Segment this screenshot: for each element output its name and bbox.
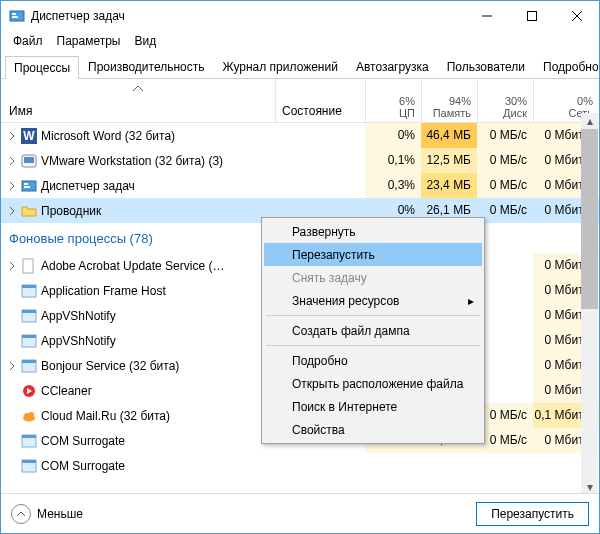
expand-chevron-icon[interactable] <box>7 362 17 370</box>
chevron-right-icon: ▸ <box>468 294 474 308</box>
cloud-icon <box>21 408 37 424</box>
ctx-resource-values[interactable]: Значения ресурсов▸ <box>264 289 482 312</box>
generic-icon <box>21 283 37 299</box>
svg-point-26 <box>28 412 34 418</box>
disk-value <box>477 303 533 328</box>
generic-icon <box>21 308 37 324</box>
svg-rect-1 <box>12 13 16 15</box>
separator <box>266 315 480 316</box>
ctx-end-task[interactable]: Снять задачу <box>264 266 482 289</box>
svg-rect-18 <box>22 310 36 313</box>
svg-rect-13 <box>24 186 30 188</box>
fewer-label: Меньше <box>37 507 83 521</box>
fewer-details-button[interactable]: Меньше <box>11 504 83 524</box>
col-disk[interactable]: 30%Диск <box>477 79 533 122</box>
disk-value: 0 МБ/с <box>477 403 533 428</box>
ctx-create-dump[interactable]: Создать файл дампа <box>264 319 482 342</box>
col-name[interactable]: Имя <box>1 79 275 122</box>
disk-value <box>477 453 533 478</box>
process-row[interactable]: W Microsoft Word (32 бита) 0% 46,4 МБ 0 … <box>1 123 599 148</box>
menu-options[interactable]: Параметры <box>51 32 127 50</box>
generic-icon <box>21 458 37 474</box>
process-name: Adobe Acrobat Update Service (… <box>41 259 224 273</box>
cpu-value: 0% <box>365 123 421 148</box>
process-row[interactable]: COM Surrogate <box>1 453 599 478</box>
tab-app-history[interactable]: Журнал приложений <box>214 55 347 78</box>
process-row[interactable]: VMware Workstation (32 бита) (3) 0,1% 12… <box>1 148 599 173</box>
generic-icon <box>21 333 37 349</box>
svg-rect-4 <box>527 12 536 21</box>
expand-chevron-icon[interactable] <box>7 207 17 215</box>
process-name: Bonjour Service (32 бита) <box>41 359 179 373</box>
svg-rect-16 <box>22 285 36 288</box>
tab-strip: Процессы Производительность Журнал прило… <box>1 51 599 79</box>
ctx-details[interactable]: Подробно <box>264 349 482 372</box>
disk-value: 0 МБ/с <box>477 148 533 173</box>
ctx-restart[interactable]: Перезапустить <box>264 243 482 266</box>
scroll-up-icon[interactable]: ▴ <box>581 113 598 129</box>
window-title: Диспетчер задач <box>31 9 464 23</box>
generic-icon <box>21 358 37 374</box>
expand-chevron-icon[interactable] <box>7 132 17 140</box>
generic-icon <box>21 433 37 449</box>
footer-bar: Меньше Перезапустить <box>1 493 599 533</box>
col-memory[interactable]: 94%Память <box>421 79 477 122</box>
taskmgr-icon <box>9 8 25 24</box>
disk-value <box>477 378 533 403</box>
cpu-value: 0,1% <box>365 148 421 173</box>
mem-value: 23,4 МБ <box>421 173 477 198</box>
col-cpu[interactable]: 6%ЦП <box>365 79 421 122</box>
disk-value <box>477 278 533 303</box>
disk-value <box>477 253 533 278</box>
expand-chevron-icon[interactable] <box>7 157 17 165</box>
context-menu: Развернуть Перезапустить Снять задачу Зн… <box>261 217 485 444</box>
menu-view[interactable]: Вид <box>128 32 162 50</box>
tab-details[interactable]: Подробности <box>534 55 600 78</box>
svg-text:W: W <box>23 129 35 143</box>
svg-rect-10 <box>24 157 34 163</box>
process-name: Microsoft Word (32 бита) <box>41 129 175 143</box>
word-icon: W <box>21 128 37 144</box>
disk-value: 0 МБ/с <box>477 428 533 453</box>
title-bar: Диспетчер задач <box>1 1 599 31</box>
menu-file[interactable]: Файл <box>7 32 49 50</box>
svg-rect-14 <box>23 259 33 273</box>
tab-performance[interactable]: Производительность <box>79 55 213 78</box>
mem-value: 46,4 МБ <box>421 123 477 148</box>
ctx-search-online[interactable]: Поиск в Интернете <box>264 395 482 418</box>
separator <box>266 345 480 346</box>
expand-chevron-icon[interactable] <box>7 262 17 270</box>
taskmgr-icon <box>21 178 37 194</box>
process-name: AppVShNotify <box>41 309 116 323</box>
ctx-open-location[interactable]: Открыть расположение файла <box>264 372 482 395</box>
scroll-thumb[interactable] <box>581 129 598 309</box>
maximize-button[interactable] <box>509 1 554 31</box>
svg-rect-28 <box>22 435 36 438</box>
process-row[interactable]: Диспетчер задач 0,3% 23,4 МБ 0 МБ/с 0 Мб… <box>1 173 599 198</box>
tab-users[interactable]: Пользователи <box>438 55 534 78</box>
close-button[interactable] <box>554 1 599 31</box>
svg-rect-2 <box>12 16 18 18</box>
expand-chevron-icon[interactable] <box>7 182 17 190</box>
sort-arrow-icon <box>133 81 143 95</box>
process-name: AppVShNotify <box>41 334 116 348</box>
ctx-properties[interactable]: Свойства <box>264 418 482 441</box>
tab-startup[interactable]: Автозагрузка <box>347 55 438 78</box>
svg-rect-22 <box>22 360 36 363</box>
process-name: Проводник <box>41 204 101 218</box>
process-name: CCleaner <box>41 384 92 398</box>
cpu-value: 0,3% <box>365 173 421 198</box>
disk-value <box>477 328 533 353</box>
ctx-expand[interactable]: Развернуть <box>264 220 482 243</box>
ccleaner-icon <box>21 383 37 399</box>
col-state[interactable]: Состояние <box>275 79 365 122</box>
menu-bar: Файл Параметры Вид <box>1 31 599 51</box>
tab-processes[interactable]: Процессы <box>5 56 79 79</box>
scrollbar[interactable]: ▴ ▾ <box>581 113 598 495</box>
cpu-value <box>365 453 421 478</box>
svg-rect-30 <box>22 460 36 463</box>
column-headers: Имя Состояние 6%ЦП 94%Память 30%Диск 0%С… <box>1 79 599 123</box>
restart-button[interactable]: Перезапустить <box>476 502 589 526</box>
disk-value: 0 МБ/с <box>477 173 533 198</box>
minimize-button[interactable] <box>464 1 509 31</box>
